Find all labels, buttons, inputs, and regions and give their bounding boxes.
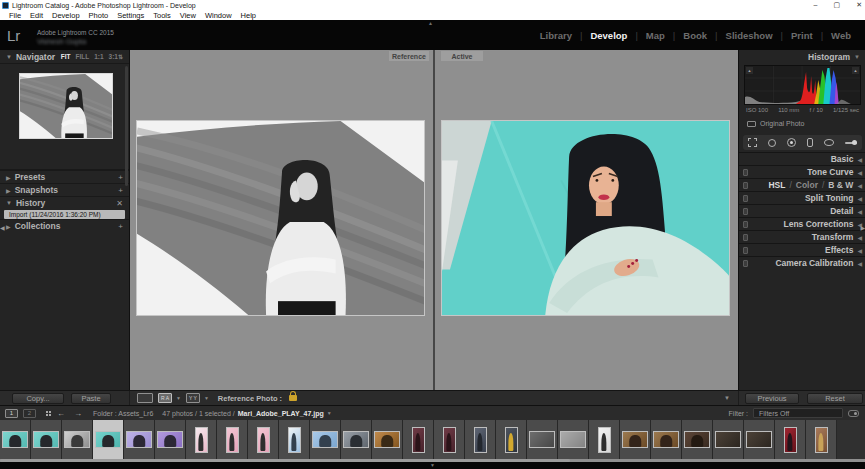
highlight-clipping-indicator[interactable]: ▲ <box>852 67 859 74</box>
filmstrip-thumbnail[interactable] <box>155 420 186 459</box>
collections-section[interactable]: ▶ Collections + <box>0 219 129 232</box>
chevron-left-icon[interactable]: ◀ <box>857 195 862 202</box>
collapse-top-icon[interactable]: ▲ <box>428 20 433 26</box>
add-snapshot-button[interactable]: + <box>118 186 123 195</box>
navigator-header[interactable]: ▼ Navigator FITFILL1:13:1 ⇅ <box>0 50 129 63</box>
panel-basic[interactable]: Basic ◀ <box>739 152 865 165</box>
chevron-left-icon[interactable]: ◀ <box>857 169 862 176</box>
filmstrip-thumbnail[interactable] <box>124 420 155 459</box>
module-tab[interactable]: Map <box>638 30 673 41</box>
bw-label[interactable]: B & W <box>828 180 853 190</box>
chevron-down-icon[interactable]: ▼ <box>176 395 181 401</box>
graduated-filter-icon[interactable] <box>807 138 813 147</box>
reference-view-icon[interactable]: R A <box>158 393 172 403</box>
reset-button[interactable]: Reset <box>807 393 863 404</box>
filmstrip-thumbnail[interactable] <box>465 420 496 459</box>
filmstrip-thumbnail[interactable] <box>248 420 279 459</box>
adjustment-brush-icon[interactable] <box>845 142 857 144</box>
color-label[interactable]: Color <box>796 180 818 190</box>
chevron-down-icon[interactable]: ▼ <box>6 54 12 60</box>
left-panel-scrollbar[interactable] <box>125 66 128 186</box>
chevron-left-icon[interactable]: ◀ <box>857 247 862 254</box>
chevron-right-icon[interactable]: ▶ <box>6 223 11 230</box>
panel-toggle-switch[interactable] <box>743 260 748 267</box>
filmstrip-thumbnail[interactable] <box>217 420 248 459</box>
folder-breadcrumb[interactable]: Folder : Assets_Lr6 <box>93 410 153 417</box>
loupe-view-icon[interactable] <box>137 393 153 403</box>
module-tab[interactable]: Web <box>823 30 859 41</box>
filmstrip-thumbnail[interactable] <box>310 420 341 459</box>
panel-lens-corrections[interactable]: Lens Corrections ◀ <box>739 217 865 230</box>
histogram[interactable]: ▲ ▲ <box>744 65 861 105</box>
chevron-left-icon[interactable]: ◀ <box>857 182 862 189</box>
copy-button[interactable]: Copy... <box>12 393 64 404</box>
compare-view-icon[interactable]: Y Y <box>186 393 200 403</box>
filmstrip-thumbnail[interactable] <box>31 420 62 459</box>
navigator-zoom-option[interactable]: FIT <box>61 53 71 60</box>
hsl-label[interactable]: HSL <box>768 180 785 190</box>
filmstrip-thumbnail[interactable] <box>93 420 124 459</box>
filmstrip-thumbnail[interactable] <box>558 420 589 459</box>
menu-item[interactable]: View <box>180 11 196 20</box>
panel-tone-curve[interactable]: Tone Curve ◀ <box>739 165 865 178</box>
panel-camera-calibration[interactable]: Camera Calibration ◀ <box>739 256 865 269</box>
filmstrip-thumbnail[interactable] <box>775 420 806 459</box>
swap-icon[interactable]: ⇅ <box>118 53 123 60</box>
chevron-left-icon[interactable]: ◀ <box>857 234 862 241</box>
history-step-import[interactable]: Import (11/24/2016 1:36:20 PM) <box>4 210 125 219</box>
minimize-button[interactable]: – <box>814 0 818 10</box>
chevron-down-icon[interactable]: ▼ <box>204 395 209 401</box>
chevron-left-icon[interactable]: ◀ <box>857 208 862 215</box>
chevron-left-icon[interactable]: ◀ <box>857 156 862 163</box>
filmstrip-thumbnail[interactable] <box>0 420 31 459</box>
filmstrip-thumbnail[interactable] <box>341 420 372 459</box>
menu-item[interactable]: Settings <box>117 11 144 20</box>
filmstrip-thumbnail[interactable] <box>806 420 837 459</box>
toolbar-options-icon[interactable]: ▼ <box>724 395 730 401</box>
filter-dropdown[interactable]: Filters Off <box>753 408 843 418</box>
crop-overlay-icon[interactable] <box>748 138 757 147</box>
forward-arrow-icon[interactable]: → <box>74 409 82 418</box>
filmstrip-thumbnail[interactable] <box>744 420 775 459</box>
panel-toggle-switch[interactable] <box>743 221 748 228</box>
menu-item[interactable]: File <box>9 11 21 20</box>
paste-button[interactable]: Paste <box>71 393 111 404</box>
filmstrip-thumbnail[interactable] <box>62 420 93 459</box>
filmstrip-thumbnail[interactable] <box>713 420 744 459</box>
filmstrip-thumbnail[interactable] <box>527 420 558 459</box>
collapse-bottom-icon[interactable]: ▼ <box>430 462 435 468</box>
panel-transform[interactable]: Transform ◀ <box>739 230 865 243</box>
panel-toggle-switch[interactable] <box>743 247 748 254</box>
filmstrip-thumbnail[interactable] <box>682 420 713 459</box>
collapse-right-icon[interactable]: ▶ <box>859 222 865 234</box>
radial-filter-icon[interactable] <box>824 139 834 146</box>
menu-item[interactable]: Tools <box>153 11 171 20</box>
lock-icon[interactable] <box>289 395 297 401</box>
filmstrip-thumbnail[interactable] <box>589 420 620 459</box>
navigator-zoom-option[interactable]: FILL <box>75 53 89 60</box>
reference-photo[interactable] <box>136 120 425 316</box>
navigator-zoom-option[interactable]: 1:1 <box>94 53 103 60</box>
add-collection-button[interactable]: + <box>118 222 123 231</box>
panel-split-toning[interactable]: Split Toning ◀ <box>739 191 865 204</box>
spot-removal-icon[interactable] <box>768 139 776 147</box>
navigator-zoom-option[interactable]: 3:1 <box>109 53 118 60</box>
filmstrip-thumbnail[interactable] <box>434 420 465 459</box>
red-eye-correction-icon[interactable] <box>787 138 796 147</box>
close-button[interactable]: ✕ <box>856 0 862 10</box>
module-tab[interactable]: Print <box>783 30 821 41</box>
shadow-clipping-indicator[interactable]: ▲ <box>746 67 753 74</box>
module-tab[interactable]: Library <box>532 30 580 41</box>
active-photo[interactable] <box>441 120 730 316</box>
filmstrip-thumbnail[interactable] <box>496 420 527 459</box>
add-preset-button[interactable]: + <box>118 173 123 182</box>
menu-item[interactable]: Develop <box>52 11 80 20</box>
presets-section[interactable]: ▶ Presets + <box>0 170 129 183</box>
panel-toggle-switch[interactable] <box>743 208 748 215</box>
second-window-icon[interactable]: 2 <box>23 409 36 418</box>
module-tab[interactable]: Book <box>675 30 715 41</box>
menu-item[interactable]: Edit <box>30 11 43 20</box>
main-window-icon[interactable]: 1 <box>5 409 18 418</box>
panel-toggle-switch[interactable] <box>743 234 748 241</box>
chevron-down-icon[interactable]: ▼ <box>6 200 12 206</box>
